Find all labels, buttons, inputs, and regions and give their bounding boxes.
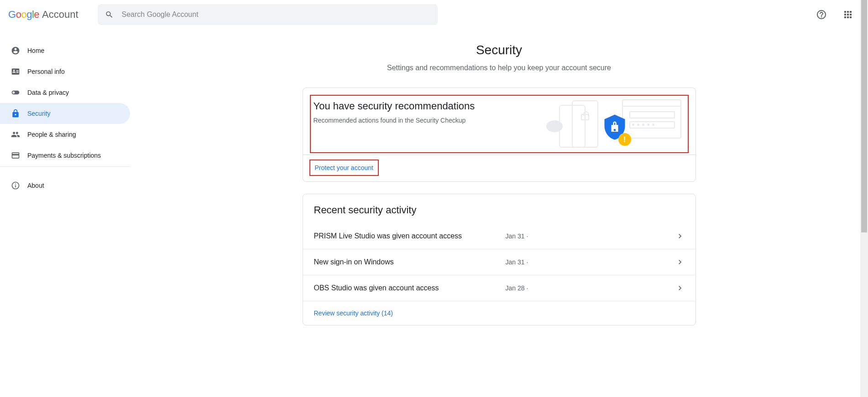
sidebar-item-about[interactable]: About bbox=[0, 175, 130, 196]
account-word: Account bbox=[42, 9, 78, 21]
scrollbar-thumb[interactable] bbox=[861, 0, 867, 232]
google-logo-text: Google bbox=[8, 9, 39, 21]
lock-icon bbox=[11, 109, 20, 118]
logo-letter-g: G bbox=[8, 9, 16, 20]
activity-label: New sign-in on Windows bbox=[314, 258, 506, 266]
sidebar-item-label: Home bbox=[27, 47, 44, 54]
page-subtitle: Settings and recommendations to help you… bbox=[387, 64, 611, 72]
sidebar-item-label: About bbox=[27, 182, 44, 189]
toggle-icon bbox=[11, 88, 20, 97]
activity-label: OBS Studio was given account access bbox=[314, 284, 506, 292]
activity-row[interactable]: PRISM Live Studio was given account acce… bbox=[303, 223, 695, 249]
sidebar-item-personal-info[interactable]: Personal info bbox=[0, 61, 130, 82]
logo-letter-o2: o bbox=[21, 9, 26, 20]
activity-date: Jan 31 · bbox=[506, 258, 528, 266]
activity-section-title: Recent security activity bbox=[303, 194, 695, 223]
sidebar-item-people-sharing[interactable]: People & sharing bbox=[0, 124, 130, 145]
sidebar-item-label: Data & privacy bbox=[27, 89, 69, 96]
info-icon bbox=[11, 181, 20, 190]
sidebar-item-label: Security bbox=[27, 110, 51, 117]
search-box[interactable] bbox=[98, 4, 438, 25]
sidebar-item-label: Personal info bbox=[27, 68, 65, 75]
sidebar-item-label: People & sharing bbox=[27, 131, 76, 138]
help-button[interactable] bbox=[812, 5, 831, 24]
google-account-logo[interactable]: Google Account bbox=[8, 9, 78, 21]
activity-row[interactable]: OBS Studio was given account access Jan … bbox=[303, 275, 695, 301]
activity-label: PRISM Live Studio was given account acce… bbox=[314, 232, 506, 240]
search-icon bbox=[105, 10, 114, 19]
recommendations-illustration: ! bbox=[546, 96, 688, 152]
main-content: Security Settings and recommendations to… bbox=[130, 29, 868, 325]
chevron-right-icon bbox=[675, 284, 685, 293]
sidebar-item-payments[interactable]: Payments & subscriptions bbox=[0, 145, 130, 166]
sidebar: Home Personal info Data & privacy Securi… bbox=[0, 29, 130, 325]
apps-button[interactable] bbox=[839, 5, 857, 24]
activity-date: Jan 31 · bbox=[506, 232, 528, 240]
logo-letter-e: e bbox=[34, 9, 39, 20]
security-recommendations-card: You have security recommendations Recomm… bbox=[303, 88, 696, 182]
header-bar: Google Account bbox=[0, 0, 868, 29]
review-activity-link[interactable]: Review security activity (14) bbox=[303, 301, 695, 325]
chevron-right-icon bbox=[675, 258, 685, 267]
recommendations-highlight: You have security recommendations Recomm… bbox=[310, 95, 689, 153]
warning-badge-icon: ! bbox=[618, 133, 631, 146]
recommendations-subtitle: Recommended actions found in the Securit… bbox=[314, 117, 546, 124]
chevron-right-icon bbox=[675, 232, 685, 241]
sidebar-item-label: Payments & subscriptions bbox=[27, 152, 101, 159]
help-icon bbox=[816, 9, 827, 20]
people-icon bbox=[11, 130, 20, 139]
home-icon bbox=[11, 46, 20, 55]
vertical-scrollbar[interactable] bbox=[860, 0, 868, 397]
protect-account-button[interactable]: Protect your account bbox=[309, 160, 379, 176]
recommendations-title: You have security recommendations bbox=[314, 100, 546, 112]
recent-activity-card: Recent security activity PRISM Live Stud… bbox=[303, 194, 696, 325]
logo-letter-g2: g bbox=[26, 9, 32, 20]
id-card-icon bbox=[11, 67, 20, 76]
sidebar-item-data-privacy[interactable]: Data & privacy bbox=[0, 82, 130, 103]
search-input[interactable] bbox=[121, 10, 430, 19]
sidebar-item-security[interactable]: Security bbox=[0, 103, 130, 124]
sidebar-item-home[interactable]: Home bbox=[0, 40, 130, 61]
card-icon bbox=[11, 151, 20, 160]
activity-date: Jan 28 · bbox=[506, 284, 528, 292]
logo-letter-o1: o bbox=[16, 9, 21, 20]
header-icons bbox=[812, 5, 857, 24]
page-title: Security bbox=[476, 43, 522, 57]
apps-icon bbox=[842, 9, 853, 20]
activity-row[interactable]: New sign-in on Windows Jan 31 · bbox=[303, 249, 695, 275]
